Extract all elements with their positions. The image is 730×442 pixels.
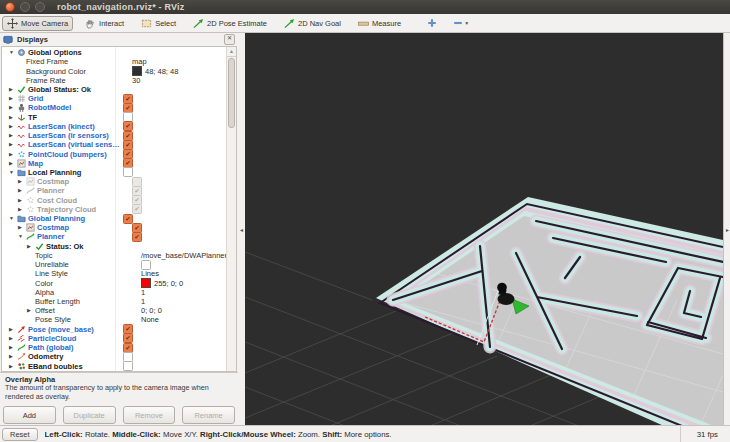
panel-close-icon[interactable]: ✕ <box>224 34 235 45</box>
row-value-cell[interactable]: 1 <box>138 288 226 297</box>
expander-right-icon[interactable]: ▶ <box>17 177 26 186</box>
tool-2d-pose-estimate[interactable]: 2D Pose Estimate <box>188 16 272 31</box>
property-value[interactable]: 0; 0; 0 <box>141 306 162 315</box>
expander-right-icon[interactable]: ▶ <box>8 140 17 149</box>
expander-right-icon[interactable]: ▶ <box>8 352 17 361</box>
display-row-status-ok[interactable]: ▶Status: Ok <box>2 242 226 251</box>
expander-right-icon[interactable]: ▶ <box>8 150 17 159</box>
display-row-eband-boubles[interactable]: ▶EBand boubles <box>2 361 226 370</box>
display-row-grid[interactable]: ▶Grid✔ <box>2 94 226 103</box>
display-row-cost-cloud[interactable]: ▶Cost Cloud✔ <box>2 196 226 205</box>
row-value-cell[interactable]: /move_base/DWAPlannerROS/… <box>138 251 226 260</box>
3d-viewport[interactable] <box>245 33 723 426</box>
display-row-costmap[interactable]: ▶Costmap <box>2 177 226 186</box>
display-row-global-status-ok[interactable]: ▶Global Status: Ok <box>2 85 226 94</box>
expander-right-icon[interactable]: ▶ <box>17 223 26 232</box>
expander-right-icon[interactable]: ▶ <box>8 113 17 122</box>
expander-down-icon[interactable]: ▼ <box>8 168 17 177</box>
expander-down-icon[interactable]: ▼ <box>17 232 26 241</box>
expander-right-icon[interactable]: ▶ <box>17 196 26 205</box>
property-row-alpha[interactable]: Alpha1 <box>2 288 226 297</box>
row-value-cell[interactable]: Lines <box>138 269 226 278</box>
reset-button[interactable]: Reset <box>2 428 38 441</box>
display-row-laserscan-virtual-sens[interactable]: ▶LaserScan (virtual sens…✔ <box>2 140 226 149</box>
display-row-global-options[interactable]: ▼Global Options <box>2 48 226 57</box>
window-minimize-icon[interactable] <box>20 2 30 12</box>
property-row-buffer-length[interactable]: Buffer Length1 <box>2 297 226 306</box>
row-value-cell[interactable]: 48; 48; 48 <box>129 66 226 76</box>
tool-select[interactable]: Select <box>136 16 181 31</box>
row-value-cell[interactable]: 0; 0; 0 <box>138 306 226 315</box>
display-row-planner[interactable]: ▼Planner✔ <box>2 232 226 241</box>
row-value-cell[interactable]: map <box>129 57 226 66</box>
expander-right-icon[interactable]: ▶ <box>8 122 17 131</box>
expander-right-icon[interactable]: ▶ <box>26 242 35 251</box>
tool-measure[interactable]: Measure <box>353 16 406 31</box>
splitter-collapse-left-icon[interactable]: ◄ <box>238 223 245 237</box>
property-value[interactable]: 1 <box>141 297 145 306</box>
expander-right-icon[interactable]: ▶ <box>8 159 17 168</box>
property-value[interactable]: Lines <box>141 269 159 278</box>
property-row-unreliable[interactable]: Unreliable <box>2 260 226 269</box>
display-row-laserscan-kinect[interactable]: ▶LaserScan (kinect)✔ <box>2 122 226 131</box>
splitter-collapse-right-icon[interactable]: ► <box>724 223 730 237</box>
display-row-odometry[interactable]: ▶Odometry <box>2 352 226 361</box>
expander-right-icon[interactable]: ▶ <box>8 362 17 371</box>
expander-right-icon[interactable]: ▶ <box>8 131 17 140</box>
display-row-local-planning[interactable]: ▼Local Planning <box>2 168 226 177</box>
property-row-pose-style[interactable]: Pose StyleNone <box>2 315 226 324</box>
tool-2d-nav-goal[interactable]: 2D Nav Goal <box>279 16 346 31</box>
remove-button[interactable]: Remove <box>123 406 176 424</box>
scrollbar-up-icon[interactable]: ▲ <box>227 47 236 57</box>
row-value-cell[interactable] <box>138 260 226 270</box>
row-value-cell[interactable]: 1 <box>138 297 226 306</box>
row-value-cell[interactable]: 255; 0; 0 <box>138 278 226 288</box>
property-row-offset[interactable]: ▶Offset0; 0; 0 <box>2 306 226 315</box>
right-dock-strip[interactable]: ► <box>723 33 730 426</box>
scrollbar-thumb[interactable] <box>228 58 235 128</box>
display-row-path-global[interactable]: ▶Path (global)✔ <box>2 343 226 352</box>
property-value[interactable]: map <box>132 57 147 66</box>
property-row-line-style[interactable]: Line StyleLines <box>2 269 226 278</box>
duplicate-button[interactable]: Duplicate <box>63 406 116 424</box>
property-value[interactable]: 30 <box>132 76 140 85</box>
expander-right-icon[interactable]: ▶ <box>8 85 17 94</box>
display-row-global-planning[interactable]: ▼Global Planning✔ <box>2 214 226 223</box>
property-value[interactable]: 1 <box>141 288 145 297</box>
window-maximize-icon[interactable] <box>35 2 45 12</box>
row-value-cell[interactable]: None <box>138 315 226 324</box>
panel-splitter[interactable]: ◄ <box>238 33 245 426</box>
expander-right-icon[interactable]: ▶ <box>8 334 17 343</box>
add-tool-button[interactable] <box>427 18 437 28</box>
window-close-icon[interactable] <box>5 2 15 12</box>
display-row-robotmodel[interactable]: ▶RobotModel✔ <box>2 103 226 112</box>
row-value-cell[interactable]: ✔ <box>129 232 226 242</box>
display-row-map[interactable]: ▶Map✔ <box>2 159 226 168</box>
add-button[interactable]: Add <box>3 406 56 424</box>
expander-right-icon[interactable]: ▶ <box>17 205 26 214</box>
expander-right-icon[interactable]: ▶ <box>8 343 17 352</box>
enable-checkbox[interactable] <box>123 361 133 371</box>
expander-right-icon[interactable]: ▶ <box>8 103 17 112</box>
rename-button[interactable]: Rename <box>182 406 235 424</box>
tree-scrollbar[interactable]: ▲ <box>226 47 236 371</box>
display-row-pose-move-base[interactable]: ▶Pose (move_base)✔ <box>2 325 226 334</box>
expander-down-icon[interactable]: ▼ <box>8 48 17 57</box>
display-row-trajectory-cloud[interactable]: ▶Trajectory Cloud✔ <box>2 205 226 214</box>
expander-right-icon[interactable]: ▶ <box>26 306 35 315</box>
display-row-particlecloud[interactable]: ▶ParticleCloud✔ <box>2 334 226 343</box>
display-row-pointcloud-bumpers[interactable]: ▶PointCloud (bumpers)✔ <box>2 149 226 158</box>
property-value[interactable]: 48; 48; 48 <box>145 67 178 76</box>
property-row-color[interactable]: Color255; 0; 0 <box>2 278 226 287</box>
display-row-tf[interactable]: ▶TF <box>2 113 226 122</box>
expander-right-icon[interactable]: ▶ <box>8 325 17 334</box>
property-value[interactable]: 255; 0; 0 <box>154 279 183 288</box>
property-value[interactable]: None <box>141 315 159 324</box>
property-row-topic[interactable]: Topic/move_base/DWAPlannerROS/… <box>2 251 226 260</box>
expander-right-icon[interactable]: ▶ <box>17 186 26 195</box>
tool-interact[interactable]: Interact <box>80 16 129 31</box>
display-row-costmap[interactable]: ▶Costmap✔ <box>2 223 226 232</box>
property-value[interactable]: /move_base/DWAPlannerROS/… <box>141 251 226 260</box>
remove-tool-button[interactable]: ▼ <box>453 18 469 28</box>
tool-move-camera[interactable]: Move Camera <box>2 16 73 31</box>
